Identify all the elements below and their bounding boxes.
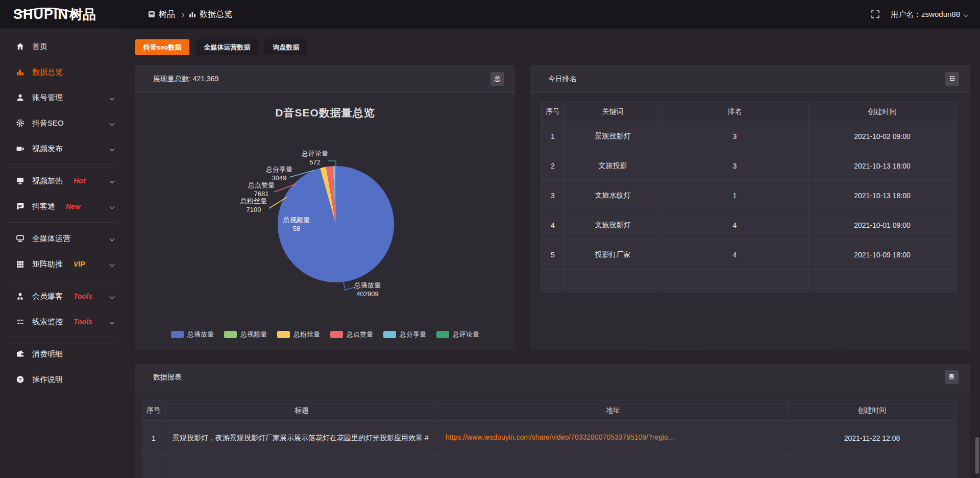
table-row: 2文旅投影32021-10-13 18:00	[542, 151, 957, 181]
sidebar-item-member[interactable]: 会员爆客Tools	[0, 283, 125, 309]
sidebar-item-bar-chart[interactable]: 数据总览	[0, 59, 125, 85]
user-menu[interactable]: 用户名：zswodun88	[891, 10, 968, 19]
table-cell: 文旅水纹灯	[565, 181, 662, 210]
column-header: 序号	[542, 102, 565, 122]
legend-swatch-icon	[330, 331, 343, 338]
sidebar: 首页数据总览账号管理抖音SEO视频发布视频加热Hot抖客通New全媒体运营矩阵助…	[0, 29, 125, 478]
sidebar-item-badge: New	[66, 202, 81, 210]
table-cell: 4	[662, 240, 808, 270]
seo-pie-chart: D音SEO数据量总览 总播放量总视频量总粉丝量总点赞量总分享量总评论量 总播放量…	[135, 93, 516, 350]
pagination: 共 23 条 10条/页 123 前往 页	[617, 349, 866, 350]
gear-icon	[15, 119, 24, 127]
chevron-down-icon	[110, 146, 115, 151]
table-cell: 文旅投影	[565, 151, 662, 181]
sidebar-item-grid[interactable]: 矩阵助推VIP	[0, 251, 125, 277]
day-badge-button[interactable]: 日	[945, 72, 959, 86]
table-cell	[438, 456, 788, 478]
table-cell: 3	[662, 122, 808, 151]
legend-item-0[interactable]: 总播放量	[171, 330, 214, 339]
page-size-select[interactable]: 10条/页	[647, 349, 702, 350]
table-row	[542, 270, 957, 293]
chevron-down-icon	[110, 261, 115, 267]
app-logo: SHUPIN 树品	[0, 7, 125, 22]
sidebar-item-label: 数据总览	[32, 67, 63, 77]
sidebar-item-sliders[interactable]: 线索监控Tools	[0, 309, 125, 334]
sidebar-item-screen[interactable]: 全媒体运营	[0, 226, 125, 251]
table-row: 5投影灯厂家42021-10-09 18:00	[542, 240, 957, 270]
table-cell: 1	[542, 122, 565, 151]
column-header: 地址	[438, 400, 788, 421]
breadcrumb: 树品 数据总览	[148, 9, 232, 20]
sidebar-item-question[interactable]: ?操作说明	[0, 367, 125, 392]
wallet-icon	[15, 350, 24, 358]
member-icon	[15, 292, 24, 300]
bar-chart-icon	[15, 68, 24, 76]
legend-item-2[interactable]: 总粉丝量	[277, 330, 320, 339]
monitor-icon	[15, 177, 24, 185]
legend-swatch-icon	[277, 331, 290, 338]
home-icon	[15, 42, 24, 51]
pie-label-5: 总评论量572	[302, 149, 328, 166]
sidebar-item-label: 视频加热	[32, 176, 63, 186]
sidebar-item-chat[interactable]: 抖客通New	[0, 194, 125, 219]
table-cell	[165, 456, 438, 478]
table-cell: 4	[662, 210, 808, 240]
sidebar-divider	[8, 338, 117, 338]
sidebar-item-monitor[interactable]: 视频加热Hot	[0, 168, 125, 194]
sidebar-item-badge: VIP	[74, 260, 85, 268]
legend-item-4[interactable]: 总分享量	[383, 330, 426, 339]
sidebar-item-badge: Tools	[74, 292, 92, 300]
table-badge-button[interactable]: 表	[945, 370, 959, 384]
total-badge-button[interactable]: 总	[491, 72, 504, 86]
pie-label-3: 总点赞量7681	[248, 181, 275, 198]
sidebar-item-badge: Hot	[74, 177, 85, 185]
data-tabs: 抖音seo数据全媒体运营数据询盘数据	[135, 39, 307, 55]
legend-item-1[interactable]: 总视频量	[224, 330, 267, 339]
table-cell	[142, 456, 165, 478]
pie-icon	[135, 93, 516, 350]
chevron-down-icon	[110, 204, 115, 209]
tab-2[interactable]: 询盘数据	[264, 39, 307, 55]
video-link[interactable]: https://www.iesdouyin.com/share/video/70…	[446, 433, 674, 441]
chevron-down-icon	[110, 95, 115, 100]
sidebar-item-label: 首页	[32, 42, 47, 52]
table-row: 1景观投影灯，夜游景观投影灯厂家展示展示落花灯在花园里的灯光投影应用效果 #ht…	[142, 421, 957, 456]
sidebar-item-home[interactable]: 首页	[0, 34, 125, 59]
chart-legend: 总播放量总视频量总粉丝量总点赞量总分享量总评论量	[135, 330, 516, 339]
scrollbar-thumb[interactable]	[975, 437, 979, 474]
report-card-title: 数据报表	[153, 373, 182, 382]
sidebar-item-gear[interactable]: 抖音SEO	[0, 110, 125, 136]
sidebar-item-label: 全媒体运营	[32, 234, 70, 244]
data-report-card: 数据报表 表 序号标题地址创建时间 1景观投影灯，夜游景观投影灯厂家展示展示落花…	[135, 364, 970, 478]
pie-label-1: 总视频量58	[283, 216, 310, 233]
sliders-icon	[15, 318, 24, 326]
sidebar-item-video[interactable]: 视频发布	[0, 136, 125, 161]
table-cell: 投影灯厂家	[565, 240, 662, 270]
sidebar-item-label: 线索监控	[32, 317, 63, 327]
tab-1[interactable]: 全媒体运营数据	[195, 39, 258, 55]
sidebar-divider	[8, 222, 117, 223]
sidebar-item-user[interactable]: 账号管理	[0, 85, 125, 110]
legend-item-3[interactable]: 总点赞量	[330, 330, 373, 339]
chevron-down-icon	[110, 121, 115, 126]
pie-label-4: 总分享量3049	[266, 165, 292, 182]
goto-page-input[interactable]	[830, 350, 853, 350]
rank-card-title: 今日排名	[548, 75, 577, 84]
tab-0[interactable]: 抖音seo数据	[135, 39, 189, 55]
breadcrumb-root[interactable]: 树品	[148, 9, 175, 20]
page-scrollbar[interactable]	[975, 29, 979, 478]
legend-swatch-icon	[224, 331, 237, 338]
data-report-table: 序号标题地址创建时间 1景观投影灯，夜游景观投影灯厂家展示展示落花灯在花园里的灯…	[142, 400, 957, 478]
chevron-down-icon	[964, 12, 969, 17]
pie-label-2: 总粉丝量7100	[240, 197, 267, 214]
breadcrumb-current[interactable]: 数据总览	[189, 9, 232, 20]
user-icon	[15, 93, 24, 102]
table-cell: 2021-10-02 09:00	[808, 122, 957, 151]
fullscreen-icon[interactable]	[871, 10, 879, 18]
table-cell: 景观投影灯	[565, 122, 662, 151]
today-rank-card: 今日排名 日 序号关键词排名创建时间 1景观投影灯32021-10-02 09:…	[530, 65, 970, 350]
legend-item-5[interactable]: 总评论量	[436, 330, 479, 339]
sidebar-item-wallet[interactable]: 消费明细	[0, 341, 125, 367]
sidebar-item-label: 抖音SEO	[32, 118, 64, 128]
breadcrumb-separator-icon	[180, 12, 185, 17]
